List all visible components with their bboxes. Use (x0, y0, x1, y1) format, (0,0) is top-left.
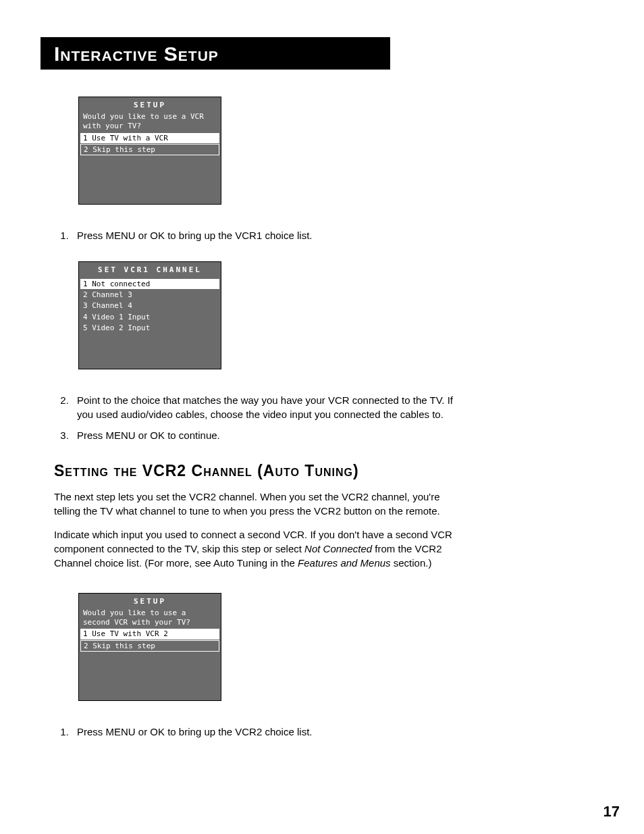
osd-item: 2 Channel 3 (80, 290, 219, 300)
page-number: 17 (603, 803, 620, 820)
osd-setup-vcr1: SETUP Would you like to use a VCR with y… (78, 97, 221, 205)
osd-prompt: Would you like to use a second VCR with … (79, 607, 221, 629)
text-run-italic: Not Connected (304, 543, 372, 554)
osd-item-selected: 1 Use TV with VCR 2 (80, 629, 219, 639)
osd-item-selected: 1 Not connected (80, 279, 219, 289)
osd-setup-vcr2: SETUP Would you like to use a second VCR… (78, 593, 221, 701)
osd-set-vcr1-channel: SET VCR1 CHANNEL 1 Not connected 2 Chann… (78, 261, 221, 369)
page-title: Interactive Setup (54, 43, 390, 66)
osd-title: SET VCR1 CHANNEL (79, 262, 221, 276)
osd-item: 4 Video 1 Input (80, 312, 219, 322)
osd-item-selected: 1 Use TV with a VCR (80, 133, 219, 143)
body-paragraph: The next step lets you set the VCR2 chan… (54, 490, 459, 518)
osd-title: SETUP (79, 594, 221, 607)
osd-item: 3 Channel 4 (80, 301, 219, 311)
osd-item: 5 Video 2 Input (80, 323, 219, 333)
osd-title: SETUP (79, 97, 221, 111)
text-run: section.) (391, 557, 432, 569)
section-heading-vcr2: Setting the VCR2 Channel (Auto Tuning) (54, 461, 459, 481)
step-item: Press MENU or OK to bring up the VCR1 ch… (72, 228, 470, 242)
step-list-1: Press MENU or OK to bring up the VCR1 ch… (54, 228, 470, 242)
osd-item: 2 Skip this step (80, 144, 219, 155)
step-item: Point to the choice that matches the way… (72, 393, 470, 421)
step-item: Press MENU or OK to bring up the VCR2 ch… (72, 725, 470, 739)
page-title-bar: Interactive Setup (41, 37, 390, 70)
body-paragraph: Indicate which input you used to connect… (54, 527, 459, 570)
step-item: Press MENU or OK to continue. (72, 428, 470, 442)
osd-prompt: Would you like to use a VCR with your TV… (79, 111, 221, 132)
step-list-2: Point to the choice that matches the way… (54, 393, 470, 442)
text-run-italic: Features and Menus (298, 557, 391, 569)
step-list-3: Press MENU or OK to bring up the VCR2 ch… (54, 725, 470, 739)
osd-item: 2 Skip this step (80, 640, 219, 652)
